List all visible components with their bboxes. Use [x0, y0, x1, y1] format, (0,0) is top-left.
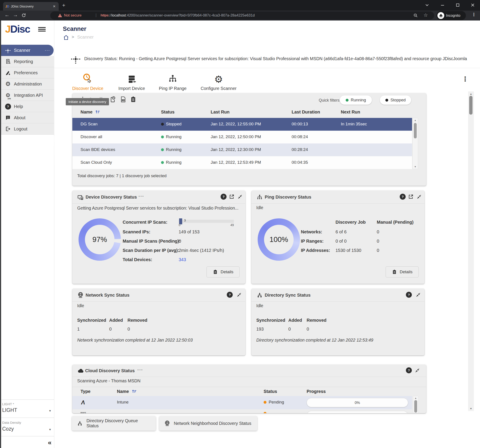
tab-search-icon[interactable] — [425, 2, 430, 8]
discovery-protocol-icon[interactable] — [130, 96, 137, 103]
scroll-up-icon[interactable]: ▲ — [413, 119, 418, 121]
col-last-run[interactable]: Last Run — [211, 110, 230, 115]
help-icon[interactable]: ? — [227, 292, 233, 298]
sidebar-item-scanner[interactable]: Scanner ··· — [1, 45, 54, 56]
collapse-icon[interactable] — [416, 194, 422, 200]
help-icon[interactable]: ? — [221, 194, 226, 200]
page-scrollbar[interactable]: ▲ ▼ — [468, 91, 474, 411]
reload-icon[interactable] — [21, 13, 26, 18]
cloud-row-partial[interactable]: aws — [72, 410, 412, 413]
collapse-icon[interactable] — [236, 292, 242, 297]
bookmark-star-icon[interactable]: ☆ — [424, 12, 428, 18]
configure-scanner-button[interactable]: ⚙ Configure Scanner — [195, 73, 242, 91]
sort-icon[interactable] — [95, 109, 100, 114]
scroll-down-icon[interactable]: ▼ — [413, 165, 418, 168]
zoom-out-icon[interactable] — [413, 13, 418, 18]
help-icon[interactable]: ? — [406, 367, 412, 373]
sidebar: JDisc Scanner ··· Reporting — [1, 21, 54, 448]
scroll-thumb[interactable] — [414, 400, 417, 413]
discover-device-button[interactable]: Discover Device — [65, 73, 111, 91]
help-icon[interactable]: ? — [406, 292, 412, 298]
collapse-icon[interactable] — [237, 194, 243, 200]
back-icon[interactable]: ← — [4, 12, 9, 18]
sidebar-collapse-icon[interactable]: « — [48, 439, 52, 446]
collapse-icon[interactable] — [416, 292, 421, 297]
collapse-icon[interactable] — [415, 368, 420, 373]
col-next-run[interactable]: Next Run — [341, 110, 360, 115]
jobs-table-scrollbar[interactable]: ▲ ▼ — [412, 118, 418, 169]
col-status[interactable]: Status — [161, 110, 175, 115]
running-dot-icon — [161, 161, 164, 164]
col-progress[interactable]: Progress — [307, 389, 326, 394]
scroll-up-icon[interactable]: ▲ — [468, 93, 474, 95]
sidebar-item-administration[interactable]: ⚙ Administration — [1, 78, 54, 90]
not-secure-label[interactable]: Not secure — [64, 13, 82, 17]
url-bar[interactable]: Not secure | https://localhost:4200/scan… — [50, 11, 434, 20]
sidebar-item-more-icon[interactable]: ··· — [45, 48, 50, 53]
col-type[interactable]: Type — [80, 389, 91, 394]
ip-addresses-manual-value: 0 — [377, 248, 379, 253]
table-row[interactable]: Scan Cloud Only Running Jan 12, 2022, 12… — [72, 156, 412, 169]
scanner-overflow-menu-icon[interactable]: ⋮ — [462, 75, 468, 83]
table-row[interactable]: Discover all Running Jan 12, 2022, 12:50… — [72, 131, 412, 144]
window-maximize-button[interactable] — [455, 2, 460, 8]
ping-details-button[interactable]: Details — [386, 266, 419, 277]
cloud-row-intune[interactable]: Λ Intune Pending 0% — [72, 396, 412, 409]
home-icon[interactable] — [63, 34, 69, 41]
sort-icon[interactable] — [132, 388, 137, 394]
incognito-badge[interactable]: Incognito — [436, 11, 466, 20]
scroll-up-icon[interactable]: ▲ — [413, 397, 418, 399]
help-icon[interactable]: ? — [400, 194, 406, 200]
theme-select[interactable]: LIGHT — [2, 407, 17, 413]
schedule-job-icon[interactable] — [109, 96, 116, 103]
concurrent-scans-slider[interactable]: 3 0 49 — [179, 218, 234, 226]
jobs-summary: Total discovery jobs: 7 | 1 discovery jo… — [77, 173, 167, 178]
concurrent-scans-label: Concurrent IP Scans: — [123, 220, 167, 225]
network-neighborhood-button[interactable]: Network Neighborhood Discovery Status — [159, 416, 257, 431]
browser-menu-icon[interactable]: ⋮ — [472, 12, 476, 17]
discovery-log-icon[interactable]: LOG — [120, 96, 127, 103]
chevron-down-icon[interactable]: ▾ — [49, 427, 51, 431]
url-text[interactable]: https://localhost:4200/scanner/scanner-o… — [101, 13, 255, 17]
col-name[interactable]: Name — [117, 389, 129, 394]
import-device-button[interactable]: Import Device — [108, 73, 155, 91]
sidebar-item-integration-api[interactable]: ⚙API Integration API — [1, 90, 54, 101]
cloud-table-scrollbar[interactable]: ▲ — [413, 396, 418, 413]
table-row[interactable]: DG Scan Stopped Jan 12, 2022, 12:55:00 P… — [72, 118, 412, 131]
col-name[interactable]: Name — [80, 110, 92, 115]
filter-running-button[interactable]: Running — [340, 96, 372, 105]
sidebar-item-logout[interactable]: Logout — [1, 124, 54, 135]
slider-track[interactable] — [179, 220, 234, 223]
sidebar-item-about[interactable]: About — [1, 112, 54, 124]
filter-stopped-button[interactable]: Stopped — [380, 96, 411, 105]
window-close-button[interactable] — [470, 2, 475, 8]
omnibox-divider: | — [96, 13, 97, 17]
chevron-down-icon[interactable]: ▾ — [49, 409, 51, 413]
card-menu-icon[interactable]: ··· — [139, 194, 144, 199]
card-menu-icon[interactable]: ··· — [137, 367, 143, 372]
sidebar-item-reporting[interactable]: Reporting — [1, 56, 54, 67]
col-status[interactable]: Status — [264, 389, 277, 394]
density-select[interactable]: Cozy — [2, 426, 14, 432]
table-row[interactable]: Scan BDE devices Running Jan 12, 2022, 1… — [72, 144, 412, 156]
tab-title: JDisc Discovery — [11, 5, 52, 8]
new-tab-button[interactable]: + — [62, 3, 65, 8]
browser-tab[interactable]: JD JDisc Discovery ✕ — [3, 2, 59, 11]
col-last-duration[interactable]: Last Duration — [292, 110, 320, 115]
device-details-button[interactable]: Details — [206, 266, 240, 277]
sidebar-item-help[interactable]: ? Help — [1, 101, 54, 112]
scroll-down-icon[interactable]: ▼ — [468, 407, 474, 410]
sidebar-item-preferences[interactable]: Preferences — [1, 67, 54, 78]
window-minimize-button[interactable] — [440, 2, 445, 8]
open-in-new-icon[interactable] — [229, 194, 234, 200]
ping-ip-range-button[interactable]: Ping IP Range — [149, 73, 196, 91]
directory-discovery-queue-button[interactable]: Directory Discovery Queue Status — [72, 416, 156, 431]
scroll-thumb[interactable] — [414, 123, 417, 138]
hamburger-menu-icon[interactable] — [38, 26, 46, 32]
forward-icon[interactable]: → — [13, 12, 18, 18]
scroll-thumb[interactable] — [469, 96, 473, 115]
total-devices-link[interactable]: 343 — [179, 257, 186, 262]
tab-close-icon[interactable]: ✕ — [52, 4, 56, 8]
open-in-new-icon[interactable] — [408, 194, 414, 200]
ip-addresses-job-value: 1530 of 1530 — [336, 248, 361, 253]
